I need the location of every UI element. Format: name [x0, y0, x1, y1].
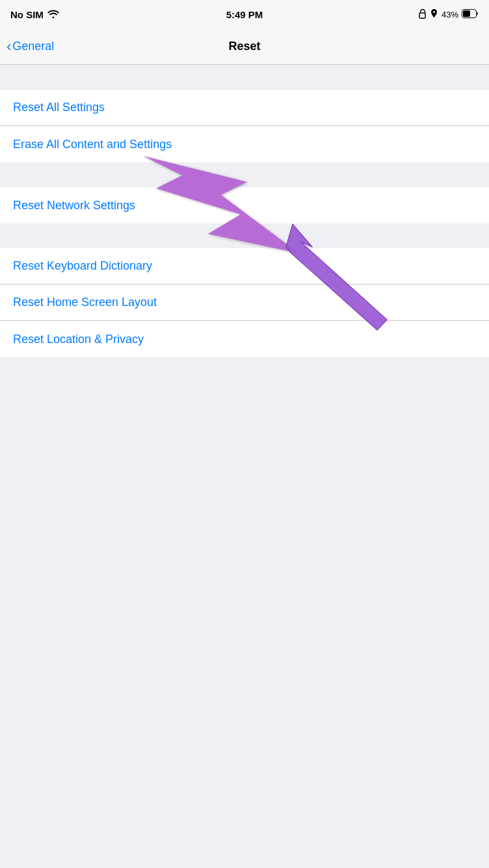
back-chevron-icon: ‹ [7, 38, 11, 55]
bottom-gap [0, 357, 489, 650]
status-left: No SIM [10, 9, 59, 20]
top-section-gap [0, 65, 489, 90]
reset-home-screen-layout-item[interactable]: Reset Home Screen Layout [0, 285, 489, 321]
nav-bar: ‹ General Reset [0, 29, 489, 65]
erase-all-content-item[interactable]: Erase All Content and Settings [0, 126, 489, 162]
section-2-group: Reset Network Settings [0, 187, 489, 223]
lock-icon [418, 8, 427, 21]
status-time: 5:49 PM [226, 9, 263, 20]
back-button[interactable]: ‹ General [7, 38, 54, 55]
erase-all-content-label: Erase All Content and Settings [13, 138, 172, 151]
svg-rect-0 [419, 13, 425, 18]
reset-keyboard-dictionary-label: Reset Keyboard Dictionary [13, 259, 152, 273]
reset-all-settings-label: Reset All Settings [13, 101, 105, 114]
back-label: General [12, 40, 54, 53]
reset-network-settings-item[interactable]: Reset Network Settings [0, 187, 489, 223]
section-gap-1 [0, 162, 489, 187]
section-3-group: Reset Keyboard Dictionary Reset Home Scr… [0, 248, 489, 357]
page-wrapper: No SIM 5:49 PM 43% [0, 0, 489, 650]
reset-network-settings-label: Reset Network Settings [13, 199, 135, 212]
wifi-icon [47, 9, 59, 20]
carrier-text: No SIM [10, 9, 44, 20]
reset-location-privacy-label: Reset Location & Privacy [13, 333, 144, 346]
reset-keyboard-dictionary-item[interactable]: Reset Keyboard Dictionary [0, 248, 489, 285]
section-1-group: Reset All Settings Erase All Content and… [0, 90, 489, 162]
battery-icon [462, 9, 479, 20]
content: Reset All Settings Erase All Content and… [0, 65, 489, 650]
reset-all-settings-item[interactable]: Reset All Settings [0, 90, 489, 126]
status-bar: No SIM 5:49 PM 43% [0, 0, 489, 29]
page-title: Reset [228, 40, 260, 53]
svg-rect-2 [463, 10, 470, 17]
section-gap-2 [0, 223, 489, 248]
reset-location-privacy-item[interactable]: Reset Location & Privacy [0, 321, 489, 357]
reset-home-screen-layout-label: Reset Home Screen Layout [13, 296, 157, 309]
battery-percentage: 43% [442, 10, 458, 19]
status-right: 43% [418, 8, 479, 21]
location-icon [430, 8, 438, 21]
